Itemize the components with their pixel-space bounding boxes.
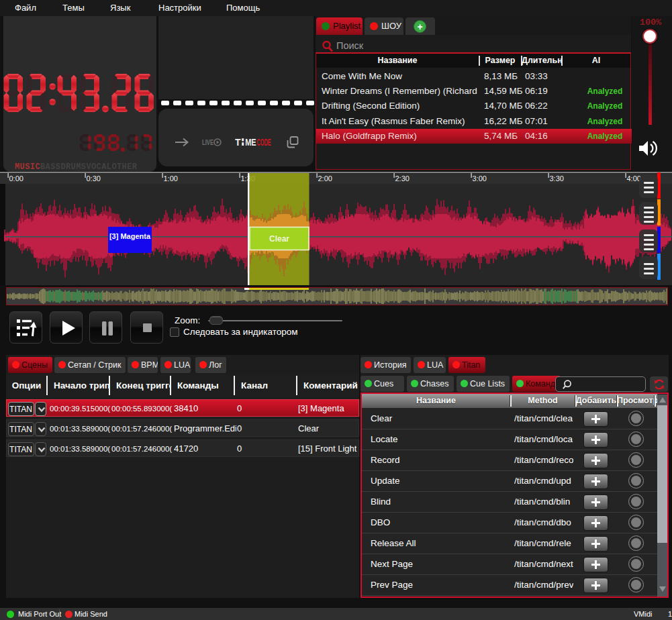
svg-text:[3] Magenta: [3] Magenta — [109, 232, 151, 240]
svg-text:1:00: 1:00 — [164, 174, 178, 183]
svg-text:CODE: CODE — [257, 137, 271, 148]
svg-text:Clear: Clear — [269, 234, 289, 244]
svg-text:2:30: 2:30 — [395, 174, 410, 183]
svg-text:LIVE: LIVE — [202, 138, 213, 146]
svg-text:T: T — [235, 137, 241, 148]
svg-text:2:00: 2:00 — [318, 174, 332, 183]
svg-text:0:30: 0:30 — [87, 174, 101, 183]
svg-text:0:00: 0:00 — [9, 174, 23, 183]
svg-text:3:00: 3:00 — [473, 174, 487, 183]
svg-text:3:30: 3:30 — [550, 174, 564, 183]
svg-text:ME: ME — [245, 137, 256, 148]
